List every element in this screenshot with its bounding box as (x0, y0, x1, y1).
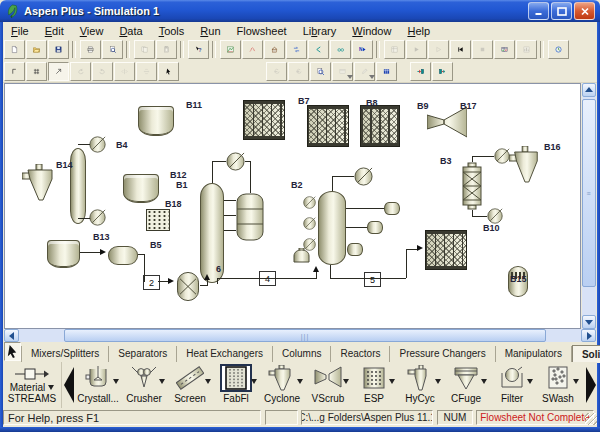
stream-results-button[interactable] (242, 40, 263, 59)
tab-solids[interactable]: Solids (572, 345, 600, 363)
dropdown-arrow-icon[interactable] (389, 379, 395, 384)
block-B3[interactable] (462, 162, 482, 210)
block-B2-drum-3[interactable] (347, 243, 363, 256)
block-B7[interactable] (307, 105, 349, 147)
block-B4-condenser[interactable] (89, 136, 106, 153)
material-streams-item[interactable]: MaterialSTREAMS (3, 362, 62, 408)
block-B2-drum-1[interactable] (384, 202, 400, 215)
zoom-full-button[interactable] (310, 62, 331, 81)
block-B2-heater-1[interactable] (303, 196, 316, 209)
dropdown-arrow-icon[interactable] (527, 379, 533, 384)
block-B1-accumulator[interactable] (236, 193, 264, 241)
palette-scroll-right-icon[interactable] (584, 362, 597, 408)
stream-label-5[interactable]: 5 (364, 272, 381, 287)
select-mode-button[interactable] (158, 62, 179, 81)
reroute-streams-button[interactable] (432, 62, 453, 81)
scroll-left-icon[interactable] (4, 329, 19, 342)
flowsheet-canvas[interactable]: 245B7B8B9B17B16B11B4B14B12B1B18B5B136B2B… (4, 83, 581, 329)
close-button[interactable] (574, 2, 595, 20)
palette-item-fabfl[interactable]: FabFl (213, 362, 259, 408)
dropdown-arrow-icon[interactable] (343, 379, 349, 384)
palette-item-cfuge[interactable]: CFuge (443, 362, 489, 408)
block-B2-pot[interactable] (293, 248, 310, 263)
print-preview-button[interactable] (102, 40, 123, 59)
palette-item-filter[interactable]: Filter (489, 362, 535, 408)
resize-grip[interactable] (585, 413, 597, 425)
next-input-button[interactable]: N (352, 40, 373, 59)
title-bar[interactable]: Aspen Plus - Simulation 1 (0, 0, 600, 22)
data-transfer-button[interactable] (286, 40, 307, 59)
simulation-blocks-button[interactable] (264, 40, 285, 59)
insert-block-button[interactable] (48, 62, 69, 81)
block-B18[interactable] (146, 209, 170, 231)
palette-item-crystall[interactable]: Crystall... (75, 362, 121, 408)
block-hx-top[interactable] (243, 100, 285, 140)
scroll-up-icon[interactable] (582, 83, 596, 97)
block-B2-heater-2[interactable] (303, 217, 316, 230)
block-B13[interactable] (108, 246, 138, 265)
block-B14[interactable] (22, 164, 56, 202)
menu-flowsheet[interactable]: Flowsheet (229, 24, 295, 38)
block-B4-reboiler[interactable] (89, 209, 106, 226)
tab-reactors[interactable]: Reactors (331, 346, 390, 362)
toggle-grid-button[interactable] (26, 62, 47, 81)
palette-select-mode-button[interactable] (4, 342, 21, 361)
tab-heat-exchangers[interactable]: Heat Exchangers (177, 346, 273, 362)
palette-item-hycyc[interactable]: HyCyc (397, 362, 443, 408)
hscroll-thumb[interactable]: ||| (64, 329, 546, 342)
join-streams-button[interactable] (410, 62, 431, 81)
scroll-down-icon[interactable] (582, 315, 596, 329)
history-button[interactable] (548, 40, 569, 59)
block-hx-bottom[interactable] (425, 230, 467, 270)
menu-tools[interactable]: Tools (151, 24, 193, 38)
block-B2[interactable] (318, 191, 346, 265)
menu-library[interactable]: Library (295, 24, 345, 38)
palette-item-crusher[interactable]: Crusher (121, 362, 167, 408)
palette-item-esp[interactable]: ESP (351, 362, 397, 408)
block-B2-drum-2[interactable] (367, 221, 383, 234)
insert-text-button[interactable] (4, 62, 25, 81)
scroll-right-icon[interactable] (581, 329, 596, 342)
tab-manipulators[interactable]: Manipulators (496, 346, 572, 362)
reinitialize-button[interactable] (450, 40, 471, 59)
dropdown-arrow-icon[interactable] (113, 379, 119, 384)
check-results-button[interactable] (494, 40, 515, 59)
menu-file[interactable]: File (3, 24, 37, 38)
canvas-hscrollbar[interactable]: ||| (4, 329, 596, 342)
block-B1-condenser[interactable] (226, 152, 245, 171)
palette-item-swash[interactable]: SWash (535, 362, 581, 408)
block-mixer[interactable] (176, 271, 200, 302)
dropdown-arrow-icon[interactable] (205, 379, 211, 384)
block-B12[interactable] (123, 174, 159, 203)
vscroll-thumb[interactable]: ≡ (582, 99, 596, 287)
tab-separators[interactable]: Separators (109, 346, 177, 362)
dropdown-arrow-icon[interactable] (573, 379, 579, 384)
palette-item-screen[interactable]: Screen (167, 362, 213, 408)
tab-columns[interactable]: Columns (273, 346, 331, 362)
menu-window[interactable]: Window (344, 24, 399, 38)
canvas-vscrollbar[interactable]: ≡ (582, 83, 596, 329)
workbook-button[interactable] (376, 62, 397, 81)
block-B11[interactable] (138, 106, 174, 136)
block-B3-condenser[interactable] (494, 148, 510, 164)
stream-label-2[interactable]: 2 (143, 275, 160, 290)
open-button[interactable] (26, 40, 47, 59)
flowsheet-window-button[interactable] (220, 40, 241, 59)
block-B16[interactable] (509, 146, 541, 184)
palette-item-cyclone[interactable]: Cyclone (259, 362, 305, 408)
dropdown-arrow-icon[interactable] (159, 379, 165, 384)
print-button[interactable] (80, 40, 101, 59)
dropdown-arrow-icon[interactable] (251, 379, 257, 384)
maximize-button[interactable] (551, 2, 572, 20)
block-feed-tank[interactable] (47, 240, 80, 268)
menu-data[interactable]: Data (111, 24, 150, 38)
tab-pressure-changers[interactable]: Pressure Changers (390, 346, 495, 362)
block-B2-condenser[interactable] (354, 167, 373, 186)
menu-edit[interactable]: Edit (37, 24, 72, 38)
context-help-button[interactable]: ? (188, 40, 209, 59)
palette-item-vscrub[interactable]: VScrub (305, 362, 351, 408)
block-B10[interactable] (487, 208, 503, 224)
minimize-button[interactable] (528, 2, 549, 20)
menu-help[interactable]: Help (399, 24, 438, 38)
dropdown-arrow-icon[interactable] (435, 379, 441, 384)
